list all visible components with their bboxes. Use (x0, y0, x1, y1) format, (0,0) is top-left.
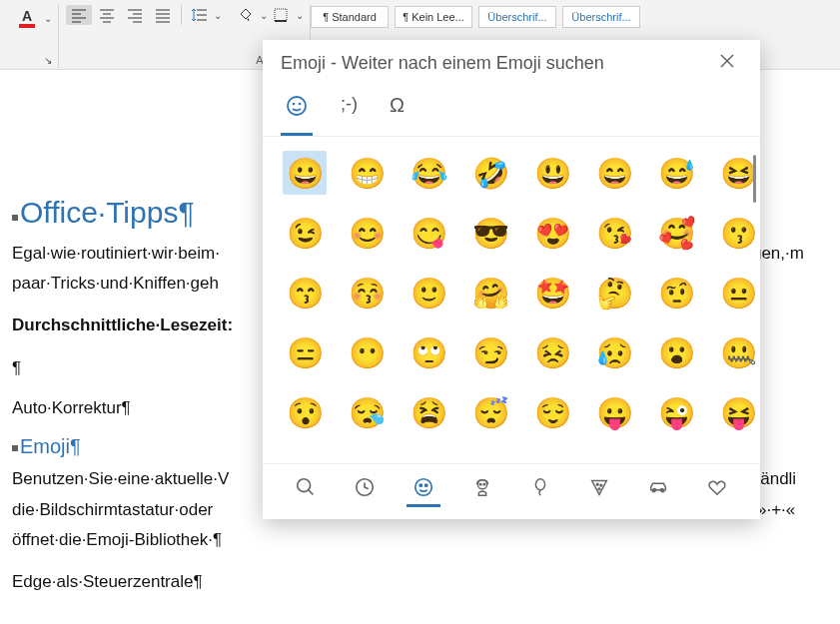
tab-emoji[interactable] (281, 90, 313, 136)
svg-point-36 (483, 484, 484, 485)
emoji-cell[interactable]: 😐 (716, 271, 760, 314)
doc-text: Egal·wie·routiniert·wir·beim· (12, 244, 220, 263)
emoji-cell[interactable]: 😴 (468, 390, 512, 434)
font-group: A ⌄ ↘ (6, 4, 59, 68)
svg-text:A: A (22, 8, 32, 24)
svg-point-27 (299, 103, 302, 106)
align-left-button[interactable] (66, 5, 92, 25)
shading-button[interactable] (233, 5, 259, 25)
font-dialog-launcher[interactable]: ↘ (44, 55, 52, 66)
svg-line-29 (309, 490, 314, 495)
emoji-cell[interactable]: 😮 (654, 330, 698, 374)
emoji-cell[interactable]: 😥 (592, 330, 636, 374)
category-people[interactable] (465, 472, 499, 507)
dropdown-arrow-icon[interactable]: ⌄ (44, 13, 52, 24)
close-button[interactable] (712, 50, 742, 76)
align-justify-button[interactable] (150, 5, 176, 25)
dropdown-arrow-icon[interactable]: ⌄ (296, 10, 304, 21)
svg-point-25 (288, 97, 306, 115)
svg-rect-1 (19, 24, 35, 28)
svg-point-28 (298, 479, 311, 492)
dropdown-arrow-icon[interactable]: ⌄ (260, 10, 268, 21)
emoji-cell[interactable]: 🤨 (654, 271, 698, 314)
emoji-cell[interactable]: 😅 (654, 151, 698, 195)
doc-text: die·Bildschirmtastatur·oder (12, 500, 213, 519)
emoji-cell[interactable]: 😎 (468, 211, 512, 255)
emoji-cell[interactable]: 😏 (468, 330, 512, 374)
panel-title: Emoji - Weiter nach einem Emoji suchen (281, 53, 604, 74)
emoji-cell[interactable]: 🥰 (654, 211, 698, 255)
svg-point-40 (598, 488, 600, 490)
emoji-cell[interactable]: 😌 (530, 390, 574, 434)
emoji-cell[interactable]: 🤐 (716, 330, 760, 374)
borders-button[interactable] (269, 5, 295, 25)
styles-gallery: ¶ Standard ¶ Kein Lee... Überschrif... Ü… (311, 4, 640, 28)
svg-rect-21 (275, 9, 287, 21)
emoji-cell[interactable]: 😚 (345, 271, 389, 314)
style-no-spacing[interactable]: ¶ Kein Lee... (395, 6, 472, 28)
emoji-cell[interactable]: 😋 (407, 211, 450, 255)
search-icon (295, 476, 317, 498)
emoji-cell[interactable]: 😶 (345, 330, 389, 374)
emoji-cell[interactable]: 😣 (530, 330, 574, 374)
emoji-cell[interactable]: 😀 (283, 151, 327, 195)
emoji-cell[interactable]: 😝 (716, 390, 760, 434)
category-search[interactable] (289, 472, 323, 507)
emoji-cell[interactable]: 😑 (283, 330, 327, 374)
emoji-cell[interactable]: 🤗 (468, 271, 512, 314)
balloon-icon (529, 476, 551, 498)
doc-heading-1: Office·Tipps¶ (20, 196, 195, 229)
emoji-cell[interactable]: 😁 (345, 151, 389, 195)
heart-icon (706, 476, 728, 498)
emoji-cell[interactable]: 😃 (530, 151, 574, 195)
svg-point-33 (425, 484, 427, 486)
emoji-cell[interactable]: 😗 (716, 211, 760, 255)
car-icon (647, 476, 669, 498)
emoji-cell[interactable]: 🤩 (530, 271, 574, 314)
emoji-cell[interactable]: 😛 (592, 390, 636, 434)
category-smileys[interactable] (407, 472, 440, 507)
scrollbar-thumb[interactable] (753, 155, 756, 203)
emoji-cell[interactable]: 😫 (407, 390, 450, 434)
emoji-cell[interactable]: 😙 (283, 271, 327, 314)
align-right-button[interactable] (122, 5, 148, 25)
category-recent[interactable] (348, 472, 382, 507)
font-color-button[interactable]: A (13, 5, 43, 31)
emoji-cell[interactable]: 😘 (592, 211, 636, 255)
line-spacing-button[interactable] (187, 5, 213, 25)
emoji-categories (263, 463, 760, 519)
dropdown-arrow-icon[interactable]: ⌄ (214, 10, 222, 21)
emoji-cell[interactable]: 😜 (654, 390, 698, 434)
doc-text: Edge·als·Steuerzentrale¶ (12, 569, 816, 595)
emoji-cell[interactable]: 😄 (592, 151, 636, 195)
doc-text: Benutzen·Sie·eine·aktuelle·V (12, 469, 229, 488)
svg-point-35 (479, 484, 480, 485)
emoji-grid-container: 😀😁😂🤣😃😄😅😆😉😊😋😎😍😘🥰😗😙😚🙂🤗🤩🤔🤨😐😑😶🙄😏😣😥😮🤐😯😪😫😴😌😛😜😝 (263, 137, 760, 463)
tab-kaomoji[interactable]: ;-) (337, 90, 362, 136)
category-transport[interactable] (641, 472, 675, 507)
category-food[interactable] (582, 472, 616, 507)
emoji-cell[interactable]: 🙄 (407, 330, 450, 374)
style-standard[interactable]: ¶ Standard (311, 6, 389, 28)
panel-header: Emoji - Weiter nach einem Emoji suchen (263, 40, 760, 82)
emoji-cell[interactable]: 😪 (345, 390, 389, 434)
tab-symbols[interactable]: Ω (386, 90, 409, 136)
tab-marker-icon (12, 445, 18, 451)
emoji-cell[interactable]: 🙂 (407, 271, 450, 314)
emoji-cell[interactable]: 😊 (345, 211, 389, 255)
category-symbols[interactable] (700, 472, 734, 507)
category-celebration[interactable] (523, 472, 557, 507)
person-icon (471, 476, 493, 498)
svg-point-38 (596, 483, 598, 485)
svg-point-39 (600, 484, 602, 486)
emoji-cell[interactable]: 😂 (407, 151, 450, 195)
smiley-icon (413, 476, 434, 498)
style-heading1[interactable]: Überschrif... (478, 6, 556, 28)
emoji-cell[interactable]: 🤔 (592, 271, 636, 314)
emoji-cell[interactable]: 😍 (530, 211, 574, 255)
emoji-cell[interactable]: 🤣 (468, 151, 512, 195)
style-heading2[interactable]: Überschrif... (562, 6, 640, 28)
emoji-cell[interactable]: 😯 (283, 390, 327, 434)
emoji-cell[interactable]: 😉 (283, 211, 327, 255)
align-center-button[interactable] (94, 5, 120, 25)
